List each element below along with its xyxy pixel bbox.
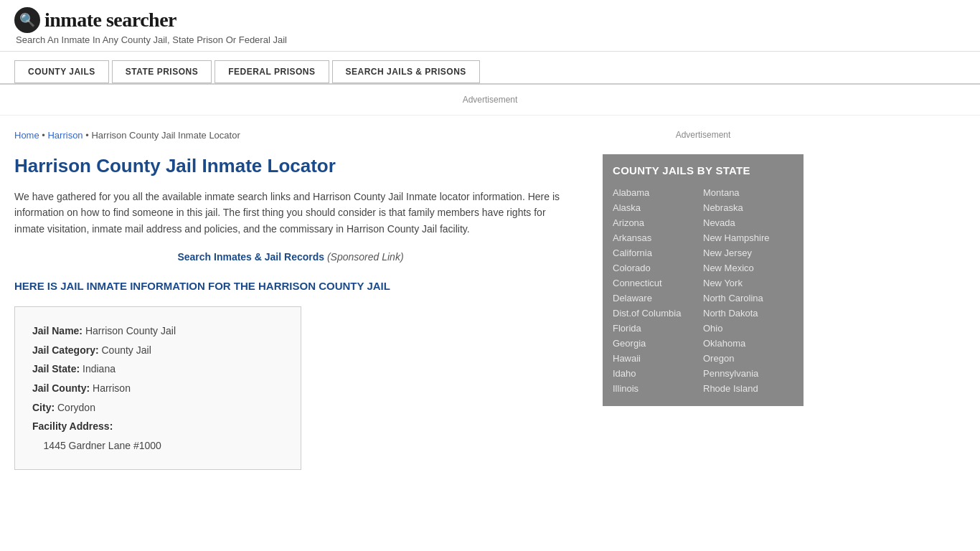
state-hawaii[interactable]: Hawaii	[613, 351, 703, 366]
ad-banner: Advertisement	[0, 85, 980, 116]
state-new-york[interactable]: New York	[703, 276, 793, 291]
search-inmates-link[interactable]: Search Inmates & Jail Records	[177, 251, 324, 263]
nav-federal-prisons[interactable]: FEDERAL PRISONS	[215, 60, 329, 83]
field-jail-state: Jail State: Indiana	[32, 359, 283, 379]
state-pennsylvania[interactable]: Pennsylvania	[703, 366, 793, 381]
state-dc[interactable]: Dist.of Columbia	[613, 306, 703, 321]
state-illinois[interactable]: Illinois	[613, 381, 703, 396]
state-montana[interactable]: Montana	[703, 185, 793, 200]
state-alabama[interactable]: Alabama	[613, 185, 703, 200]
state-delaware[interactable]: Delaware	[613, 291, 703, 306]
state-col-left: Alabama Alaska Arizona Arkansas Californ…	[613, 185, 703, 396]
sidebar: Advertisement COUNTY JAILS BY STATE Alab…	[588, 116, 804, 484]
state-ohio[interactable]: Ohio	[703, 321, 793, 336]
logo-icon: 🔍	[14, 7, 40, 33]
state-connecticut[interactable]: Connecticut	[613, 276, 703, 291]
content-area: Home • Harrison • Harrison County Jail I…	[14, 116, 588, 484]
field-jail-county: Jail County: Harrison	[32, 379, 283, 398]
sidebar-ad: Advertisement	[603, 130, 804, 140]
state-rhode-island[interactable]: Rhode Island	[703, 381, 793, 396]
state-colorado[interactable]: Colorado	[613, 260, 703, 276]
state-florida[interactable]: Florida	[613, 321, 703, 336]
state-list-header: COUNTY JAILS BY STATE	[613, 164, 793, 176]
field-jail-category: Jail Category: County Jail	[32, 341, 283, 360]
state-col-right: Montana Nebraska Nevada New Hampshire Ne…	[703, 185, 793, 396]
state-new-jersey[interactable]: New Jersey	[703, 245, 793, 260]
state-california[interactable]: California	[613, 245, 703, 260]
logo-text: inmate searcher	[44, 9, 176, 32]
tagline: Search An Inmate In Any County Jail, Sta…	[14, 34, 966, 45]
state-columns: Alabama Alaska Arizona Arkansas Californ…	[613, 185, 793, 396]
state-oklahoma[interactable]: Oklahoma	[703, 336, 793, 351]
state-arkansas[interactable]: Arkansas	[613, 230, 703, 245]
nav-county-jails[interactable]: COUNTY JAILS	[14, 60, 109, 83]
nav-state-prisons[interactable]: STATE PRISONS	[112, 60, 212, 83]
description-text: We have gathered for you all the availab…	[14, 189, 567, 237]
breadcrumb-parent[interactable]: Harrison	[47, 130, 83, 141]
state-alaska[interactable]: Alaska	[613, 200, 703, 215]
field-facility-address-value: 1445 Gardner Lane #1000	[32, 436, 283, 456]
page-title: Harrison County Jail Inmate Locator	[14, 155, 567, 177]
field-jail-name: Jail Name: Harrison County Jail	[32, 321, 283, 341]
sponsored-label: (Sponsored Link)	[327, 251, 404, 263]
site-header: 🔍 inmate searcher Search An Inmate In An…	[0, 0, 980, 52]
state-new-hampshire[interactable]: New Hampshire	[703, 230, 793, 245]
info-box: Jail Name: Harrison County Jail Jail Cat…	[14, 306, 301, 470]
state-georgia[interactable]: Georgia	[613, 336, 703, 351]
main-nav: COUNTY JAILS STATE PRISONS FEDERAL PRISO…	[0, 52, 980, 85]
subheading: HERE IS JAIL INMATE INFORMATION FOR THE …	[14, 280, 567, 292]
main-layout: Home • Harrison • Harrison County Jail I…	[0, 116, 980, 484]
field-city: City: Corydon	[32, 398, 283, 418]
state-north-carolina[interactable]: North Carolina	[703, 291, 793, 306]
breadcrumb-current: Harrison County Jail Inmate Locator	[91, 130, 240, 141]
breadcrumb-home[interactable]: Home	[14, 130, 39, 141]
logo-area: 🔍 inmate searcher	[14, 7, 966, 33]
state-nebraska[interactable]: Nebraska	[703, 200, 793, 215]
state-oregon[interactable]: Oregon	[703, 351, 793, 366]
state-idaho[interactable]: Idaho	[613, 366, 703, 381]
state-arizona[interactable]: Arizona	[613, 215, 703, 230]
state-new-mexico[interactable]: New Mexico	[703, 260, 793, 276]
search-link-area: Search Inmates & Jail Records (Sponsored…	[14, 251, 567, 263]
breadcrumb: Home • Harrison • Harrison County Jail I…	[14, 130, 567, 141]
nav-search-jails[interactable]: SEARCH JAILS & PRISONS	[332, 60, 480, 83]
state-north-dakota[interactable]: North Dakota	[703, 306, 793, 321]
state-nevada[interactable]: Nevada	[703, 215, 793, 230]
field-facility-address-label: Facility Address:	[32, 417, 283, 436]
state-list-widget: COUNTY JAILS BY STATE Alabama Alaska Ari…	[603, 154, 804, 406]
